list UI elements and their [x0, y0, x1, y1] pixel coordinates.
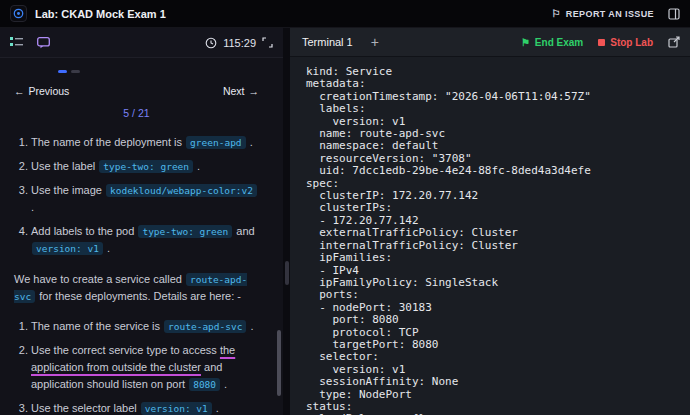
inline-code: 8080: [189, 378, 220, 391]
deployment-instructions-list: The name of the deployment is green-apd …: [14, 134, 259, 257]
text-segment: and: [233, 225, 254, 237]
text-segment: Use the correct service type to access: [31, 344, 220, 356]
terminal-line: externalTrafficPolicy: Cluster: [306, 227, 690, 239]
previous-label: Previous: [29, 83, 70, 99]
text-segment: Use the label: [31, 160, 98, 172]
instruction-item: Use the correct service type to access t…: [31, 342, 259, 393]
instruction-item: Use the image kodekloud/webapp-color:v2 …: [31, 182, 259, 216]
layout-icon[interactable]: [668, 8, 680, 20]
inline-code: version: v1: [32, 242, 103, 255]
instructions-panel: 115:29 ← Prev: [0, 28, 283, 415]
inline-code: type-two: green: [138, 225, 232, 238]
end-exam-label: End Exam: [535, 37, 583, 48]
terminal-line: type: NodePort: [306, 389, 690, 401]
stop-lab-button[interactable]: Stop Lab: [598, 37, 653, 48]
text-segment: .: [213, 402, 219, 414]
question-nav: ← Previous Next →: [14, 83, 259, 99]
brand: Lab: CKAD Mock Exam 1: [10, 5, 166, 22]
text-segment: .: [247, 136, 253, 148]
text-segment: .: [247, 320, 253, 332]
text-segment: Use the selector label: [31, 402, 140, 414]
terminal-line: ports:: [306, 289, 690, 301]
lab-title: Lab: CKAD Mock Exam 1: [35, 8, 166, 20]
text-segment: .: [104, 242, 110, 254]
terminal-line: metadata:: [306, 78, 690, 90]
text-segment: .: [221, 378, 227, 390]
next-arrow-icon: →: [249, 83, 260, 99]
chat-icon[interactable]: [37, 37, 50, 49]
text-segment: The name of the service is: [31, 320, 163, 332]
tab-terminal-1[interactable]: Terminal 1: [300, 36, 355, 48]
terminal-output[interactable]: kind: Servicemetadata: creationTimestamp…: [290, 57, 690, 415]
resizer-handle: [285, 261, 289, 285]
main-split: 115:29 ← Prev: [0, 28, 690, 415]
instructions-content: ← Previous Next → 5 / 21 The name of the…: [0, 58, 283, 415]
app-window: Lab: CKAD Mock Exam 1 ⚐ REPORT AN ISSUE: [0, 0, 690, 415]
stop-lab-label: Stop Lab: [610, 37, 653, 48]
inline-code: route-apd-svc: [164, 320, 246, 333]
instructions-list-icon[interactable]: [10, 37, 23, 48]
prev-arrow-icon: ←: [14, 83, 25, 99]
terminal-line: ipFamilyPolicy: SingleStack: [306, 277, 690, 289]
instruction-item: The name of the deployment is green-apd …: [31, 134, 259, 151]
text-segment: We have to create a service called: [14, 273, 185, 285]
text-segment: Add labels to the pod: [31, 225, 137, 237]
report-flag-icon: ⚐: [551, 8, 560, 19]
stop-square-icon: [598, 39, 605, 46]
terminal-line: clusterIPs:: [306, 202, 690, 214]
inline-code: type-two: green: [99, 160, 193, 173]
text-segment: for these deployments. Details are here:…: [36, 290, 241, 302]
instruction-item: The name of the service is route-apd-svc…: [31, 318, 259, 335]
terminal-line: labels:: [306, 103, 690, 115]
timer-box: 115:29: [205, 37, 273, 49]
terminal-pane: Terminal 1 + ⚑ End Exam Stop Lab: [290, 28, 690, 415]
progress-dashes: [58, 70, 259, 73]
report-issue-button[interactable]: ⚐ REPORT AN ISSUE: [551, 8, 654, 19]
fullscreen-icon[interactable]: [262, 37, 273, 48]
terminal-line: uid: 7dcc1edb-29be-4e24-88fc-8ded4a3d4ef…: [306, 165, 690, 177]
next-button[interactable]: Next →: [223, 83, 259, 99]
clock-icon: [205, 37, 217, 49]
pane-resizer[interactable]: [283, 28, 290, 415]
terminal-line: selector:: [306, 351, 690, 363]
terminal-header: Terminal 1 + ⚑ End Exam Stop Lab: [290, 28, 690, 57]
new-terminal-button[interactable]: +: [365, 34, 385, 50]
text-segment: .: [31, 201, 34, 213]
end-exam-flag-icon: ⚑: [521, 37, 530, 48]
end-exam-button[interactable]: ⚑ End Exam: [521, 37, 583, 48]
inline-code: kodekloud/webapp-color:v2: [106, 184, 257, 197]
topbar-actions: ⚐ REPORT AN ISSUE: [551, 8, 680, 20]
terminal-line: sessionAffinity: None: [306, 376, 690, 388]
text-segment: The name of the deployment is: [31, 136, 185, 148]
topbar: Lab: CKAD Mock Exam 1 ⚐ REPORT AN ISSUE: [0, 0, 690, 28]
terminal-line: namespace: default: [306, 140, 690, 152]
text-segment: Use the image: [31, 184, 105, 196]
service-instructions-list: The name of the service is route-apd-svc…: [14, 318, 259, 415]
progress-dash: [71, 70, 80, 73]
instruction-item: Use the selector label version: v1 .: [31, 400, 259, 415]
previous-button[interactable]: ← Previous: [14, 83, 69, 99]
terminal-line: ipFamilies:: [306, 252, 690, 264]
progress-dash: [58, 70, 67, 73]
question-progress: 5 / 21: [14, 105, 259, 121]
terminal-line: port: 8080: [306, 314, 690, 326]
instruction-item: Add labels to the pod type-two: green an…: [31, 223, 259, 257]
instructions-panel-header: 115:29: [0, 28, 283, 58]
text-segment: .: [194, 160, 200, 172]
report-issue-label: REPORT AN ISSUE: [566, 9, 654, 19]
service-intro-paragraph: We have to create a service called route…: [14, 271, 259, 305]
instruction-item: Use the label type-two: green .: [31, 158, 259, 175]
next-label: Next: [223, 83, 245, 99]
timer-value: 115:29: [223, 37, 256, 49]
terminal-actions: ⚑ End Exam Stop Lab: [521, 36, 680, 48]
scrollbar-thumb[interactable]: [277, 330, 281, 396]
inline-code: green-apd: [186, 136, 245, 149]
inline-code: version: v1: [141, 402, 212, 415]
kodekloud-logo-icon: [10, 5, 27, 22]
panel-tabs: [10, 37, 50, 49]
popout-icon[interactable]: [668, 36, 680, 48]
